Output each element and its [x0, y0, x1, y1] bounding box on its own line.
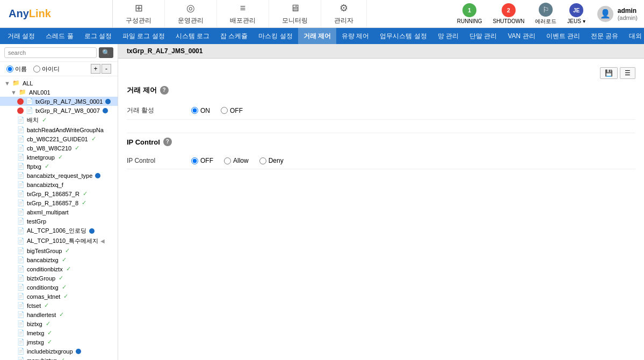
- radio-deny-label[interactable]: Deny: [259, 157, 284, 164]
- item-icon-batch: 📄: [17, 117, 25, 124]
- radio-name-label[interactable]: 이름: [6, 65, 27, 73]
- jeus-btn[interactable]: JE JEUS ▾: [562, 1, 590, 26]
- nav-item-operation[interactable]: ◎ 운영관리: [165, 0, 217, 27]
- status-running-btn[interactable]: 1 RUNNING: [452, 1, 488, 26]
- tree-node-manybiztxg[interactable]: 📄 manybiztxg ✓: [0, 356, 118, 360]
- form-row-trade-active: 거래 활성 ON OFF: [127, 102, 635, 120]
- user-info: admin (admin): [618, 7, 638, 21]
- tree-node-fctset[interactable]: 📄 fctset ✓: [0, 301, 118, 310]
- nav-item-monitor[interactable]: 🖥 모니터링: [269, 0, 321, 27]
- nav-item-trade-control[interactable]: 거래 제어: [298, 28, 336, 44]
- tree-node-al-tcp-1010[interactable]: 📄 AL_TCP_1010_특수메세지 ◀: [0, 236, 118, 246]
- help-icon-section1[interactable]: ?: [160, 86, 169, 95]
- nav-item-admin[interactable]: ⚙ 관리자: [321, 0, 367, 27]
- nav-item-network[interactable]: 망 관리: [432, 28, 464, 44]
- search-button[interactable]: 🔍: [99, 47, 113, 58]
- nav-item-thread-pool[interactable]: 스레드 풀: [40, 28, 78, 44]
- tree-label-w8: txGrp_R_AL7_W8_0007: [35, 107, 100, 114]
- radio-id[interactable]: [33, 66, 40, 73]
- status-shutdown-btn[interactable]: 2 SHUTDOWN: [487, 1, 530, 26]
- tree-label-tcp1010: AL_TCP_1010_특수메세지: [27, 237, 98, 245]
- tree-node-ktnetgroup[interactable]: 📄 ktnetgroup ✓: [0, 153, 118, 162]
- tree-node-txgrp-w8[interactable]: 📄 txGrp_R_AL7_W8_0007: [0, 106, 118, 115]
- error-btn[interactable]: ⚐ 에러로드: [530, 1, 562, 27]
- check-jmstxg: ✓: [47, 339, 52, 345]
- nav-item-share[interactable]: 전문 공유: [585, 28, 624, 44]
- check-handlertest: ✓: [59, 311, 64, 318]
- nav-item-masking[interactable]: 마스킹 설정: [253, 28, 298, 44]
- nav-item-business-system[interactable]: 업무시스템 설정: [374, 28, 432, 44]
- red-badge-w8: [17, 107, 24, 114]
- item-icon-w8c210: 📄: [17, 145, 25, 152]
- add-button[interactable]: +: [91, 64, 100, 74]
- tree-node-comas-ktnet[interactable]: 📄 comas_ktnet ✓: [0, 292, 118, 301]
- nav-item-file-log[interactable]: 파일 로그 설정: [117, 28, 170, 44]
- tree-node-bancabiztxg[interactable]: 📄 bancabiztxg ✓: [0, 255, 118, 264]
- remove-button[interactable]: -: [102, 64, 111, 74]
- item-icon-guide01: 📄: [17, 135, 25, 142]
- tree-node-cb-w8c210[interactable]: 📄 cb_W8_W8C210 ✓: [0, 143, 118, 153]
- tree-label-jmstxg: jmstxg: [27, 339, 44, 345]
- radio-name[interactable]: [6, 66, 13, 73]
- radio-ipoff[interactable]: [191, 157, 198, 164]
- radio-on-label[interactable]: ON: [191, 107, 210, 114]
- tree-node-testgrp[interactable]: 📄 testGrp: [0, 217, 118, 226]
- tree-node-lmetxg[interactable]: 📄 lmetxg ✓: [0, 328, 118, 337]
- tree-node-conditiontxg[interactable]: 📄 conditiontxg ✓: [0, 283, 118, 292]
- tree-node-bancabiztx-req[interactable]: 📄 bancabiztx_request_type: [0, 171, 118, 180]
- tree-node-batch[interactable]: 📄 배치 ✓: [0, 115, 118, 125]
- radio-deny[interactable]: [259, 157, 266, 164]
- search-input[interactable]: [4, 47, 97, 58]
- radio-off[interactable]: [221, 107, 228, 114]
- nav-item-event[interactable]: 이벤트 관리: [541, 28, 585, 44]
- tree-node-ftptxg[interactable]: 📄 ftptxg ✓: [0, 162, 118, 171]
- tree-node-txgrp-186857-r[interactable]: 📄 txGrp_R_186857_R ✓: [0, 189, 118, 198]
- item-icon-bigtestgroup: 📄: [17, 247, 25, 254]
- nav-label-admin: 관리자: [334, 16, 353, 25]
- nav-item-deploy[interactable]: ≡ 배포관리: [217, 0, 269, 27]
- radio-allow-label[interactable]: Allow: [224, 157, 249, 164]
- nav-item-van[interactable]: VAN 관리: [502, 28, 540, 44]
- tree-node-batchread[interactable]: 📄 batchReadAndWriteGroupNa: [0, 125, 118, 134]
- nav-item-system-log[interactable]: 시스템 로그: [170, 28, 215, 44]
- tree-node-anl001[interactable]: ▼ 📁 ANL001: [0, 88, 118, 97]
- nav-item-flow-control[interactable]: 유량 제어: [336, 28, 374, 44]
- shutdown-circle: 2: [502, 3, 516, 17]
- tree-node-cb-guide01[interactable]: 📄 cb_W8C221_GUIDE01 ✓: [0, 134, 118, 143]
- radio-allow[interactable]: [224, 157, 231, 164]
- save-button[interactable]: 💾: [600, 67, 618, 79]
- radio-on[interactable]: [191, 107, 198, 114]
- radio-ipoff-label[interactable]: OFF: [191, 157, 213, 164]
- nav-item-external[interactable]: 대외 연락처: [624, 28, 644, 44]
- section-title-ip-control: IP Control ?: [127, 138, 635, 146]
- tree-node-biztxgroup[interactable]: 📄 biztxGroup ✓: [0, 273, 118, 283]
- tree-node-bigtestgroup[interactable]: 📄 bigTestGroup ✓: [0, 246, 118, 255]
- radio-id-label[interactable]: 아이디: [33, 65, 60, 73]
- nav-item-config[interactable]: ⊞ 구성관리: [113, 0, 165, 27]
- tree-label-ktnet: ktnetgroup: [27, 154, 55, 161]
- list-button[interactable]: ☰: [620, 67, 635, 79]
- user-area[interactable]: 👤 admin (admin): [591, 6, 644, 22]
- tree-node-bancabiztxqf[interactable]: 📄 bancabiztxq_f: [0, 180, 118, 189]
- help-icon-section2[interactable]: ?: [163, 138, 172, 146]
- nav-item-log-settings[interactable]: 로그 설정: [79, 28, 117, 44]
- radio-deny-text: Deny: [269, 157, 284, 164]
- tree-node-al-tcp-1006[interactable]: 📄 AL_TCP_1006_인로딩: [0, 226, 118, 236]
- tree-node-all[interactable]: ▼ 📁 ALL: [0, 78, 118, 88]
- tree-node-biztxg[interactable]: 📄 biztxg ✓: [0, 319, 118, 328]
- tree-label-conditionbiztx: conditionbiztx: [27, 266, 63, 272]
- nav-item-trade-settings[interactable]: 거래 설정: [2, 28, 40, 44]
- tree-node-includebiztxgroup[interactable]: 📄 includebiztxgroup: [0, 347, 118, 356]
- tree-node-conditionbiztx[interactable]: 📄 conditionbiztx ✓: [0, 264, 118, 273]
- tree-node-txgrp-186857-8[interactable]: 📄 txGrp_R_186857_8 ✓: [0, 198, 118, 207]
- tree-label-biztxg: biztxg: [27, 321, 42, 327]
- nav-item-terminal[interactable]: 단말 관리: [464, 28, 502, 44]
- nav-item-job-schedule[interactable]: 잡 스케쥴: [215, 28, 253, 44]
- radio-off-label[interactable]: OFF: [221, 107, 243, 114]
- form-row-ip-control: IP Control OFF Allow Deny: [127, 153, 635, 169]
- tree-node-handlertest[interactable]: 📄 handlertest ✓: [0, 310, 118, 319]
- tree-node-abxml[interactable]: 📄 abxml_multipart: [0, 207, 118, 217]
- tree-node-jmstxg[interactable]: 📄 jmstxg ✓: [0, 337, 118, 347]
- second-nav: 거래 설정 스레드 풀 로그 설정 파일 로그 설정 시스템 로그 잡 스케쥴 …: [0, 28, 644, 44]
- tree-node-txgrp-jms[interactable]: 📄 txGrp_R_AL7_JMS_0001: [0, 97, 118, 106]
